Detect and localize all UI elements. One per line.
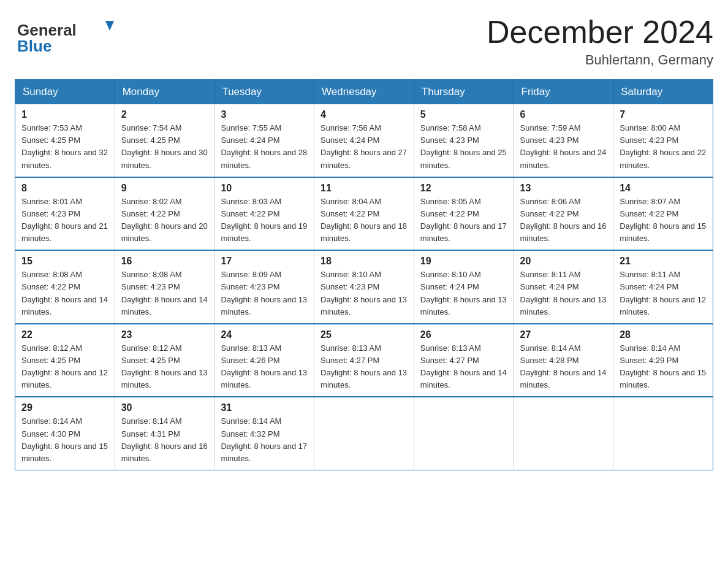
calendar-table: SundayMondayTuesdayWednesdayThursdayFrid… xyxy=(15,79,713,470)
day-number: 16 xyxy=(121,256,208,267)
day-number: 12 xyxy=(420,183,507,194)
day-info: Sunrise: 8:10 AM Sunset: 4:23 PM Dayligh… xyxy=(320,269,408,318)
day-info: Sunrise: 7:59 AM Sunset: 4:23 PM Dayligh… xyxy=(520,122,607,172)
week-row-3: 15 Sunrise: 8:08 AM Sunset: 4:22 PM Dayl… xyxy=(15,250,713,324)
page-header: General Blue December 2024 Buhlertann, G… xyxy=(15,15,713,68)
day-cell-28: 28 Sunrise: 8:14 AM Sunset: 4:29 PM Dayl… xyxy=(613,324,713,397)
svg-marker-1 xyxy=(105,21,114,31)
day-number: 6 xyxy=(520,109,607,120)
day-info: Sunrise: 8:12 AM Sunset: 4:25 PM Dayligh… xyxy=(121,342,208,392)
day-cell-11: 11 Sunrise: 8:04 AM Sunset: 4:22 PM Dayl… xyxy=(314,177,414,251)
day-number: 15 xyxy=(21,256,108,267)
day-cell-27: 27 Sunrise: 8:14 AM Sunset: 4:28 PM Dayl… xyxy=(514,324,613,397)
day-number: 27 xyxy=(520,329,607,340)
day-number: 14 xyxy=(620,183,707,194)
day-number: 13 xyxy=(520,183,607,194)
day-cell-26: 26 Sunrise: 8:13 AM Sunset: 4:27 PM Dayl… xyxy=(414,324,514,397)
day-cell-19: 19 Sunrise: 8:10 AM Sunset: 4:24 PM Dayl… xyxy=(414,250,514,324)
day-cell-14: 14 Sunrise: 8:07 AM Sunset: 4:22 PM Dayl… xyxy=(613,177,713,251)
day-number: 29 xyxy=(21,402,108,413)
day-number: 2 xyxy=(121,109,208,120)
day-number: 19 xyxy=(420,256,507,267)
day-info: Sunrise: 8:14 AM Sunset: 4:29 PM Dayligh… xyxy=(620,342,707,392)
week-row-4: 22 Sunrise: 8:12 AM Sunset: 4:25 PM Dayl… xyxy=(15,324,713,397)
day-number: 24 xyxy=(221,329,308,340)
day-number: 4 xyxy=(320,109,408,120)
day-cell-16: 16 Sunrise: 8:08 AM Sunset: 4:23 PM Dayl… xyxy=(115,250,214,324)
day-info: Sunrise: 7:56 AM Sunset: 4:24 PM Dayligh… xyxy=(320,122,408,172)
day-cell-9: 9 Sunrise: 8:02 AM Sunset: 4:22 PM Dayli… xyxy=(115,177,214,251)
day-number: 10 xyxy=(221,183,308,194)
day-info: Sunrise: 8:07 AM Sunset: 4:22 PM Dayligh… xyxy=(620,196,707,245)
day-info: Sunrise: 8:10 AM Sunset: 4:24 PM Dayligh… xyxy=(420,269,507,318)
day-number: 3 xyxy=(221,109,308,120)
day-info: Sunrise: 8:13 AM Sunset: 4:27 PM Dayligh… xyxy=(420,342,507,392)
day-number: 1 xyxy=(21,109,108,120)
day-info: Sunrise: 7:54 AM Sunset: 4:25 PM Dayligh… xyxy=(121,122,208,172)
day-info: Sunrise: 8:06 AM Sunset: 4:22 PM Dayligh… xyxy=(520,196,607,245)
day-cell-2: 2 Sunrise: 7:54 AM Sunset: 4:25 PM Dayli… xyxy=(115,104,214,177)
day-cell-17: 17 Sunrise: 8:09 AM Sunset: 4:23 PM Dayl… xyxy=(214,250,314,324)
day-info: Sunrise: 7:55 AM Sunset: 4:24 PM Dayligh… xyxy=(221,122,308,172)
day-number: 20 xyxy=(520,256,607,267)
day-cell-4: 4 Sunrise: 7:56 AM Sunset: 4:24 PM Dayli… xyxy=(314,104,414,177)
day-info: Sunrise: 8:11 AM Sunset: 4:24 PM Dayligh… xyxy=(520,269,607,318)
day-info: Sunrise: 8:05 AM Sunset: 4:22 PM Dayligh… xyxy=(420,196,507,245)
day-info: Sunrise: 8:08 AM Sunset: 4:22 PM Dayligh… xyxy=(21,269,108,318)
day-number: 28 xyxy=(620,329,707,340)
month-title: December 2024 xyxy=(487,15,713,50)
svg-text:Blue: Blue xyxy=(17,37,51,55)
day-cell-21: 21 Sunrise: 8:11 AM Sunset: 4:24 PM Dayl… xyxy=(613,250,713,324)
day-number: 30 xyxy=(121,402,208,413)
day-cell-10: 10 Sunrise: 8:03 AM Sunset: 4:22 PM Dayl… xyxy=(214,177,314,251)
day-info: Sunrise: 8:14 AM Sunset: 4:31 PM Dayligh… xyxy=(121,415,208,465)
day-info: Sunrise: 8:03 AM Sunset: 4:22 PM Dayligh… xyxy=(221,196,308,245)
week-row-2: 8 Sunrise: 8:01 AM Sunset: 4:23 PM Dayli… xyxy=(15,177,713,251)
day-number: 22 xyxy=(21,329,108,340)
weekday-header-sunday: Sunday xyxy=(15,80,115,105)
day-info: Sunrise: 8:02 AM Sunset: 4:22 PM Dayligh… xyxy=(121,196,208,245)
empty-cell xyxy=(414,397,514,470)
day-info: Sunrise: 8:13 AM Sunset: 4:26 PM Dayligh… xyxy=(221,342,308,392)
day-cell-8: 8 Sunrise: 8:01 AM Sunset: 4:23 PM Dayli… xyxy=(15,177,115,251)
weekday-header-wednesday: Wednesday xyxy=(314,80,414,105)
logo: General Blue xyxy=(15,15,119,55)
day-number: 9 xyxy=(121,183,208,194)
day-info: Sunrise: 8:01 AM Sunset: 4:23 PM Dayligh… xyxy=(21,196,108,245)
day-cell-13: 13 Sunrise: 8:06 AM Sunset: 4:22 PM Dayl… xyxy=(514,177,613,251)
day-cell-12: 12 Sunrise: 8:05 AM Sunset: 4:22 PM Dayl… xyxy=(414,177,514,251)
day-number: 7 xyxy=(620,109,707,120)
day-cell-31: 31 Sunrise: 8:14 AM Sunset: 4:32 PM Dayl… xyxy=(214,397,314,470)
weekday-header-friday: Friday xyxy=(514,80,613,105)
day-cell-15: 15 Sunrise: 8:08 AM Sunset: 4:22 PM Dayl… xyxy=(15,250,115,324)
empty-cell xyxy=(514,397,613,470)
day-number: 18 xyxy=(320,256,408,267)
week-row-1: 1 Sunrise: 7:53 AM Sunset: 4:25 PM Dayli… xyxy=(15,104,713,177)
logo-svg: General Blue xyxy=(15,15,119,55)
day-number: 26 xyxy=(420,329,507,340)
day-info: Sunrise: 7:53 AM Sunset: 4:25 PM Dayligh… xyxy=(21,122,108,172)
day-info: Sunrise: 8:14 AM Sunset: 4:28 PM Dayligh… xyxy=(520,342,607,392)
day-cell-30: 30 Sunrise: 8:14 AM Sunset: 4:31 PM Dayl… xyxy=(115,397,214,470)
weekday-header-thursday: Thursday xyxy=(414,80,514,105)
day-cell-7: 7 Sunrise: 8:00 AM Sunset: 4:23 PM Dayli… xyxy=(613,104,713,177)
week-row-5: 29 Sunrise: 8:14 AM Sunset: 4:30 PM Dayl… xyxy=(15,397,713,470)
day-cell-24: 24 Sunrise: 8:13 AM Sunset: 4:26 PM Dayl… xyxy=(214,324,314,397)
day-number: 25 xyxy=(320,329,408,340)
day-info: Sunrise: 7:58 AM Sunset: 4:23 PM Dayligh… xyxy=(420,122,507,172)
day-info: Sunrise: 8:11 AM Sunset: 4:24 PM Dayligh… xyxy=(620,269,707,318)
day-info: Sunrise: 8:08 AM Sunset: 4:23 PM Dayligh… xyxy=(121,269,208,318)
day-number: 17 xyxy=(221,256,308,267)
weekday-header-monday: Monday xyxy=(115,80,214,105)
empty-cell xyxy=(613,397,713,470)
day-cell-5: 5 Sunrise: 7:58 AM Sunset: 4:23 PM Dayli… xyxy=(414,104,514,177)
title-area: December 2024 Buhlertann, Germany xyxy=(487,15,713,68)
day-info: Sunrise: 8:14 AM Sunset: 4:32 PM Dayligh… xyxy=(221,415,308,465)
day-number: 23 xyxy=(121,329,208,340)
day-cell-25: 25 Sunrise: 8:13 AM Sunset: 4:27 PM Dayl… xyxy=(314,324,414,397)
day-cell-6: 6 Sunrise: 7:59 AM Sunset: 4:23 PM Dayli… xyxy=(514,104,613,177)
location: Buhlertann, Germany xyxy=(487,52,713,68)
day-cell-3: 3 Sunrise: 7:55 AM Sunset: 4:24 PM Dayli… xyxy=(214,104,314,177)
empty-cell xyxy=(314,397,414,470)
day-number: 5 xyxy=(420,109,507,120)
